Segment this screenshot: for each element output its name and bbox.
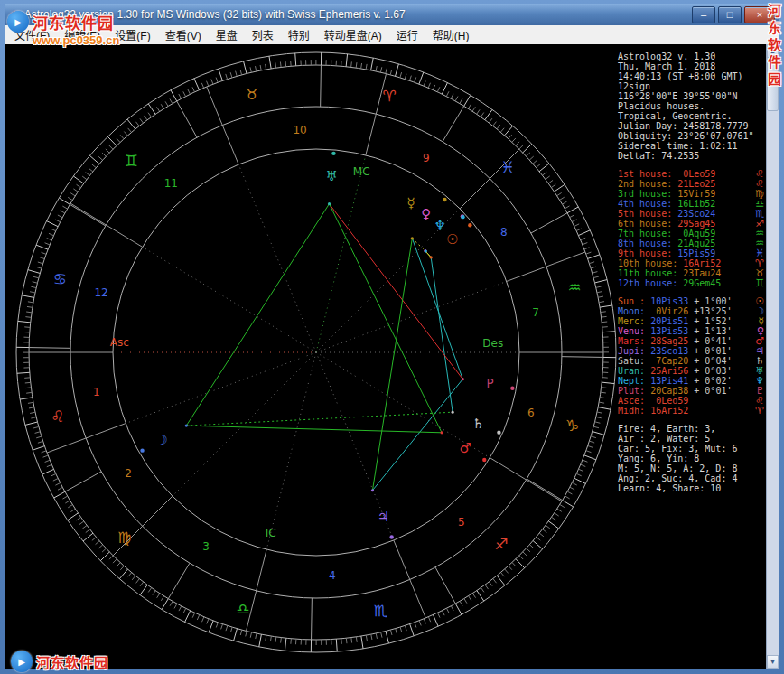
- menu-item-4[interactable]: 星盘: [209, 25, 245, 44]
- degree-tick: [266, 635, 266, 641]
- planet-position-dot-mars: [482, 458, 486, 462]
- degree-tick: [25, 388, 31, 388]
- degree-tick: [376, 633, 377, 639]
- vertical-scrollbar[interactable]: ▲ ▼: [766, 44, 779, 669]
- degree-tick: [33, 282, 38, 283]
- planet-glyph-jupiter: ♃: [377, 509, 388, 525]
- degree-tick: [25, 382, 31, 383]
- degree-tick: [588, 255, 600, 259]
- degree-tick: [240, 70, 242, 75]
- menu-item-1[interactable]: 编辑(E): [57, 25, 107, 44]
- degree-tick: [589, 262, 594, 264]
- degree-tick: [599, 302, 604, 303]
- degree-tick: [128, 573, 132, 577]
- degree-tick: [581, 238, 586, 239]
- sign-boundary: [168, 563, 190, 598]
- degree-tick: [42, 451, 47, 453]
- degree-tick: [42, 469, 54, 474]
- menu-item-0[interactable]: 文件(F): [7, 25, 57, 44]
- degree-tick: [589, 441, 594, 443]
- degree-tick: [586, 451, 592, 453]
- degree-tick: [586, 252, 592, 254]
- menu-item-7[interactable]: 转动星盘(A): [317, 25, 389, 44]
- sign-glyph-taurus: ♉: [245, 85, 258, 103]
- midheaven-label: MC: [353, 165, 370, 178]
- degree-tick: [593, 272, 598, 274]
- degree-tick: [584, 248, 590, 249]
- degree-tick: [244, 61, 247, 74]
- menu-item-6[interactable]: 特别: [281, 25, 317, 44]
- degree-tick: [596, 417, 602, 417]
- degree-tick: [280, 61, 281, 67]
- degree-tick: [73, 176, 83, 183]
- degree-tick: [455, 604, 462, 614]
- planet-glyph-mars: ♂: [459, 440, 471, 456]
- degree-tick: [148, 588, 151, 593]
- degree-tick: [451, 94, 453, 98]
- degree-tick: [33, 446, 44, 451]
- scroll-up-arrow[interactable]: ▲: [767, 44, 779, 58]
- house-row-12: 12th house: 29Gem45♊: [618, 278, 764, 288]
- menu-item-5[interactable]: 列表: [245, 25, 281, 44]
- degree-tick: [526, 153, 529, 156]
- degree-tick: [529, 545, 533, 548]
- scroll-down-arrow[interactable]: ▼: [767, 655, 779, 669]
- degree-tick: [481, 113, 483, 117]
- degree-tick: [45, 243, 51, 245]
- degree-tick: [58, 487, 62, 490]
- degree-tick: [113, 559, 117, 563]
- degree-tick: [92, 537, 97, 540]
- info-header-line-3: 12sign: [618, 81, 764, 91]
- degree-tick: [89, 155, 99, 164]
- degree-tick: [481, 587, 483, 592]
- degree-tick: [106, 149, 109, 153]
- degree-tick: [86, 173, 90, 176]
- maximize-button[interactable]: □: [718, 6, 742, 23]
- degree-tick: [62, 496, 67, 499]
- degree-tick: [543, 529, 547, 533]
- degree-tick: [415, 623, 416, 628]
- degree-tick: [17, 372, 30, 373]
- degree-tick: [26, 312, 32, 313]
- planet-row-mars: Mars: 28Sag25 + 0°41'♂: [618, 336, 764, 346]
- degree-tick: [563, 201, 567, 204]
- degree-tick: [579, 469, 583, 471]
- degree-tick: [55, 482, 60, 485]
- menu-item-2[interactable]: 设置(F): [107, 25, 157, 44]
- degree-tick: [275, 637, 276, 642]
- degree-tick: [197, 615, 199, 620]
- degree-tick: [523, 144, 532, 153]
- degree-tick: [602, 332, 615, 332]
- degree-tick: [509, 566, 512, 569]
- house-number-12: 12: [94, 286, 107, 299]
- degree-tick: [174, 604, 177, 608]
- menu-item-3[interactable]: 查看(V): [158, 25, 209, 44]
- degree-tick: [560, 504, 565, 507]
- menu-item-9[interactable]: 帮助(H): [425, 25, 477, 44]
- degree-tick: [533, 541, 543, 549]
- planet-row-asce: Asce: 0Leo59♌: [618, 396, 764, 406]
- degree-tick: [140, 585, 147, 594]
- degree-tick: [47, 239, 52, 240]
- house-row-11: 11th house: 23Tau24♉: [618, 268, 764, 278]
- degree-tick: [102, 548, 106, 552]
- degree-tick: [285, 61, 286, 67]
- degree-tick: [595, 280, 608, 283]
- degree-tick: [346, 54, 347, 67]
- minimize-button[interactable]: –: [692, 6, 715, 23]
- degree-tick: [505, 126, 513, 136]
- degree-tick: [295, 53, 296, 66]
- degree-tick: [170, 98, 173, 103]
- degree-tick: [25, 422, 38, 425]
- menu-item-8[interactable]: 运行: [389, 25, 425, 44]
- title-bar[interactable]: ★ Astrolog32 version 1.30 for MS Windows…: [5, 4, 779, 25]
- degree-tick: [148, 113, 151, 117]
- close-button[interactable]: ×: [744, 6, 775, 23]
- degree-tick: [356, 62, 357, 68]
- scrollbar-thumb[interactable]: [767, 57, 779, 111]
- stats-line-4: M: 5, N: 5, A: 2, D: 8: [618, 463, 764, 473]
- degree-tick: [132, 576, 135, 580]
- window-title: Astrolog32 version 1.30 for MS Windows (…: [24, 8, 689, 21]
- degree-tick: [185, 611, 191, 623]
- sign-glyph-sagittarius: ♐: [494, 535, 508, 553]
